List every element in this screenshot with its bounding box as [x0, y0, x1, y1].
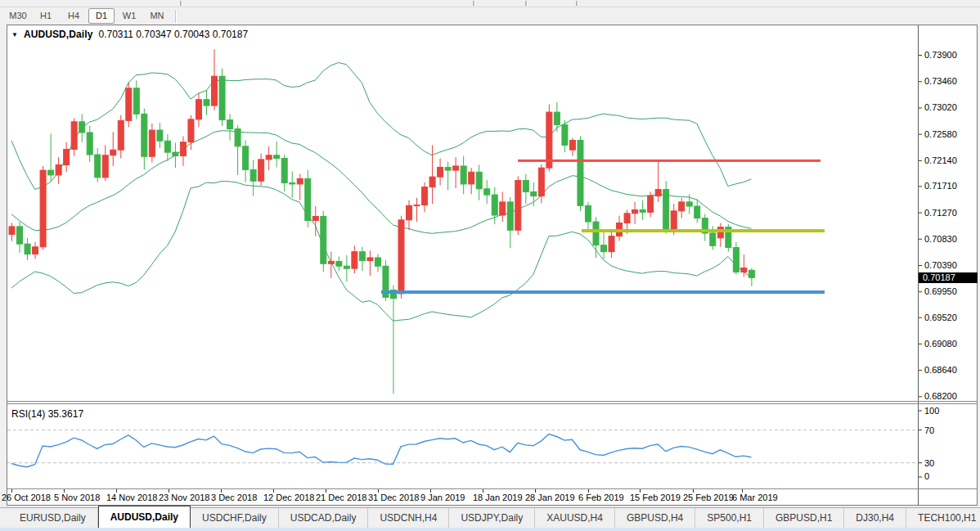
candle [655, 190, 661, 196]
candle [328, 261, 334, 263]
date-axis-label: 28 Jan 2019 [525, 493, 575, 502]
candle [686, 202, 692, 206]
candle [554, 112, 560, 124]
mid-level-line[interactable] [582, 229, 825, 232]
candle [593, 222, 599, 245]
chart-tab-gbpusd-h1[interactable]: GBPUSD,H1 [764, 508, 844, 528]
candle [569, 140, 575, 150]
candle [671, 211, 677, 230]
current-price-badge: 0.70187 [919, 272, 978, 283]
chart-tab-gbpusd-h4[interactable]: GBPUSD,H4 [615, 508, 695, 528]
candle [133, 88, 139, 114]
chart-tab-usdcad-daily[interactable]: USDCAD,Daily [279, 508, 369, 528]
candle [717, 227, 723, 238]
candle [538, 168, 544, 196]
price-axis-label: 0.70390 [924, 260, 957, 270]
rsi-axis-label: 30 [924, 458, 934, 468]
candle [227, 120, 233, 129]
candle [422, 187, 428, 205]
candle [679, 202, 685, 211]
candle [56, 165, 61, 175]
candle [274, 155, 280, 159]
date-axis-label: 9 Jan 2019 [420, 493, 465, 502]
price-axis-label: 0.69080 [924, 339, 957, 349]
candle [375, 258, 380, 266]
date-axis-label: 6 Feb 2019 [578, 493, 624, 502]
price-axis-label: 0.72580 [924, 129, 957, 139]
candle [695, 206, 700, 218]
price-scale-divider [918, 25, 919, 506]
candle [523, 181, 528, 192]
candle [118, 120, 124, 150]
rsi-indicator-label: RSI(14) 35.3617 [11, 408, 83, 420]
chart-tab-tech100-h1[interactable]: TECH100,H1 [906, 508, 980, 528]
chart-tab-sp500-h1[interactable]: SP500,H1 [695, 508, 764, 528]
candle [126, 88, 132, 121]
candle [601, 245, 607, 252]
candle [484, 189, 490, 195]
candle [500, 202, 506, 215]
candle [398, 220, 404, 294]
candle [407, 205, 412, 220]
date-axis-label: 26 Oct 2018 [2, 493, 51, 502]
candle [312, 216, 318, 220]
candle [367, 258, 373, 261]
chart-tab-usdcnh-h4[interactable]: USDCNH,H4 [368, 508, 449, 528]
candle [748, 270, 754, 277]
price-axis-label: 0.70830 [924, 234, 957, 244]
candle [102, 155, 108, 178]
date-axis-label: 31 Dec 2018 [368, 493, 419, 502]
date-axis-label: 3 Dec 2018 [211, 493, 257, 502]
support-line[interactable] [381, 290, 825, 294]
price-axis-label: 0.69950 [924, 286, 957, 296]
candle [243, 146, 249, 170]
date-axis-label: 21 Dec 2018 [316, 493, 366, 502]
candle [344, 266, 349, 268]
candle [359, 252, 365, 261]
candle [624, 214, 630, 223]
date-axis-label: 5 Nov 2018 [54, 493, 100, 502]
date-axis-label: 18 Jan 2019 [473, 493, 523, 502]
chart-title: ▼ AUDUSD,Daily 0.70311 0.70347 0.70043 0… [11, 29, 248, 40]
candle [266, 155, 272, 160]
price-axis-label: 0.68200 [924, 391, 957, 401]
chart-symbol: AUDUSD,Daily [24, 29, 93, 40]
price-axis-label: 0.73460 [924, 76, 957, 86]
candle [212, 76, 218, 106]
symbol-dropdown-icon[interactable]: ▼ [11, 31, 18, 38]
panel-splitter[interactable] [7, 401, 978, 402]
chart-tab-audusd-daily[interactable]: AUDUSD,Daily [98, 506, 191, 528]
candle [281, 158, 287, 182]
candle [64, 149, 70, 164]
candle [733, 248, 739, 272]
panel-splitter[interactable] [7, 403, 978, 404]
candle [149, 130, 155, 156]
candle [173, 152, 178, 155]
candle [33, 247, 38, 254]
chart-tab-usdjpy-daily[interactable]: USDJPY,Daily [449, 508, 535, 528]
rsi-line [11, 434, 751, 467]
candle [336, 261, 342, 266]
chart-tab-dj30-h4[interactable]: DJ30,H4 [844, 508, 906, 528]
candle [515, 181, 521, 231]
rsi-axis-label: 70 [924, 425, 934, 435]
candle [250, 169, 256, 181]
bollinger-lower-band [11, 182, 751, 322]
resistance-line[interactable] [518, 160, 820, 162]
candle [25, 244, 30, 254]
chart-tab-xauusd-h4[interactable]: XAUUSD,H4 [535, 508, 615, 528]
chart-tab-bar: EURUSD,DailyAUDUSD,DailyUSDCHF,DailyUSDC… [0, 507, 980, 528]
price-axis-label: 0.69520 [924, 313, 957, 322]
chart-tab-usdchf-daily[interactable]: USDCHF,Daily [191, 508, 279, 528]
chart-tab-eurusd-daily[interactable]: EURUSD,Daily [8, 508, 98, 528]
price-chart-canvas[interactable] [0, 0, 980, 531]
price-axis-label: 0.73020 [924, 102, 957, 112]
candle [142, 114, 147, 156]
price-axis-label: 0.71710 [924, 181, 957, 191]
rsi-value: 35.3617 [48, 408, 83, 420]
candle [95, 155, 101, 178]
candle [453, 166, 459, 170]
candle [469, 172, 474, 184]
candle [188, 119, 194, 142]
chart-tabs: EURUSD,DailyAUDUSD,DailyUSDCHF,DailyUSDC… [0, 508, 980, 528]
